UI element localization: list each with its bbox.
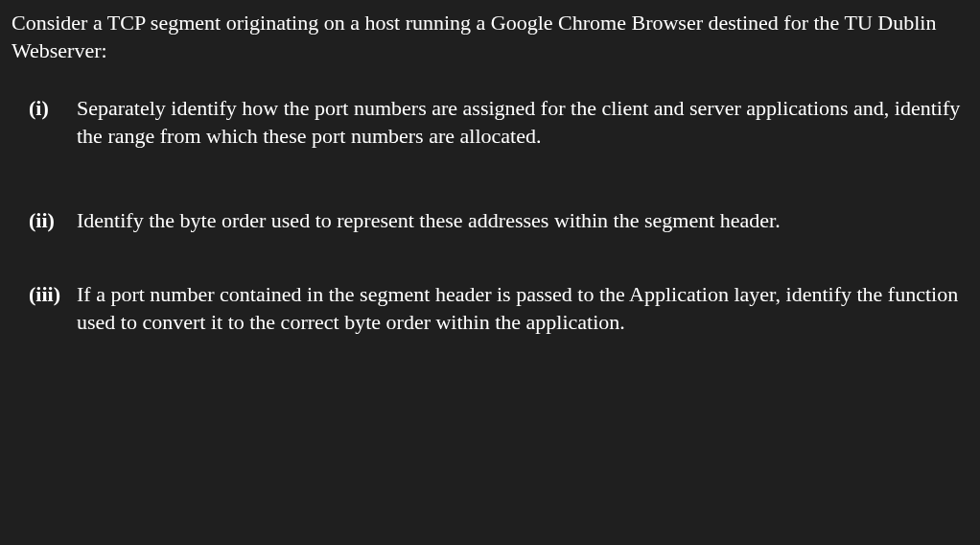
intro-paragraph: Consider a TCP segment originating on a … xyxy=(12,10,968,64)
question-text: Separately identify how the port numbers… xyxy=(77,95,968,150)
question-marker: (i) xyxy=(29,95,77,150)
question-text: Identify the byte order used to represen… xyxy=(77,207,968,235)
question-item: (iii) If a port number contained in the … xyxy=(29,281,968,336)
question-marker: (ii) xyxy=(29,207,77,235)
question-marker: (iii) xyxy=(29,281,77,336)
question-text: If a port number contained in the segmen… xyxy=(77,281,968,336)
question-item: (ii) Identify the byte order used to rep… xyxy=(29,207,968,235)
question-list: (i) Separately identify how the port num… xyxy=(12,95,968,336)
question-item: (i) Separately identify how the port num… xyxy=(29,95,968,150)
